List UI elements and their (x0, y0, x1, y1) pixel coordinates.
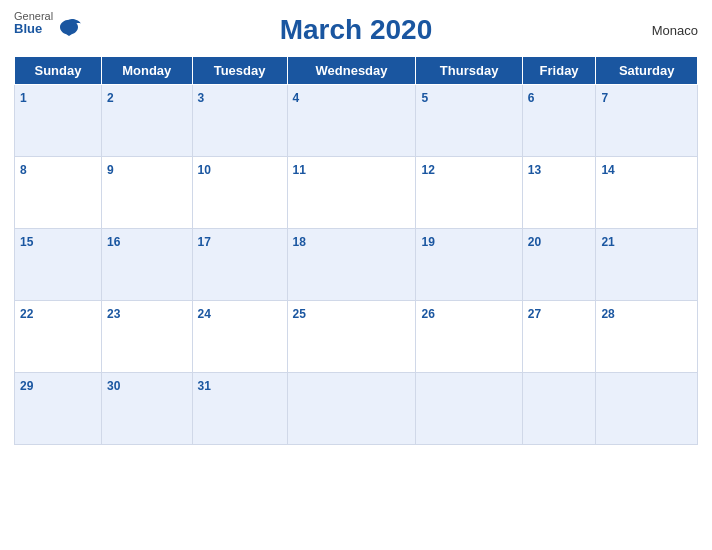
calendar-title: March 2020 (280, 14, 433, 46)
day-cell: 21 (596, 229, 698, 301)
calendar-table: Sunday Monday Tuesday Wednesday Thursday… (14, 56, 698, 445)
day-number: 31 (198, 379, 211, 393)
calendar-week-row: 22232425262728 (15, 301, 698, 373)
day-cell: 26 (416, 301, 522, 373)
day-cell: 27 (522, 301, 596, 373)
empty-cell (287, 373, 416, 445)
day-number: 29 (20, 379, 33, 393)
day-number: 14 (601, 163, 614, 177)
day-number: 21 (601, 235, 614, 249)
day-cell: 31 (192, 373, 287, 445)
day-number: 18 (293, 235, 306, 249)
day-cell: 3 (192, 85, 287, 157)
day-cell: 29 (15, 373, 102, 445)
day-cell: 16 (101, 229, 192, 301)
day-number: 8 (20, 163, 27, 177)
calendar-week-row: 293031 (15, 373, 698, 445)
day-number: 19 (421, 235, 434, 249)
day-number: 17 (198, 235, 211, 249)
day-cell: 7 (596, 85, 698, 157)
day-cell: 18 (287, 229, 416, 301)
day-number: 23 (107, 307, 120, 321)
day-cell: 28 (596, 301, 698, 373)
day-number: 27 (528, 307, 541, 321)
day-cell: 17 (192, 229, 287, 301)
day-number: 4 (293, 91, 300, 105)
day-number: 2 (107, 91, 114, 105)
header-sunday: Sunday (15, 57, 102, 85)
days-header-row: Sunday Monday Tuesday Wednesday Thursday… (15, 57, 698, 85)
day-cell: 5 (416, 85, 522, 157)
day-number: 7 (601, 91, 608, 105)
header-thursday: Thursday (416, 57, 522, 85)
day-cell: 22 (15, 301, 102, 373)
day-number: 10 (198, 163, 211, 177)
calendar-header: General Blue March 2020 Monaco (14, 10, 698, 50)
day-cell: 15 (15, 229, 102, 301)
day-cell: 9 (101, 157, 192, 229)
day-cell: 10 (192, 157, 287, 229)
day-number: 16 (107, 235, 120, 249)
day-number: 30 (107, 379, 120, 393)
calendar-wrapper: General Blue March 2020 Monaco Sunday Mo… (0, 0, 712, 550)
calendar-week-row: 15161718192021 (15, 229, 698, 301)
logo: General Blue (14, 10, 83, 36)
day-number: 25 (293, 307, 306, 321)
calendar-body: 1234567891011121314151617181920212223242… (15, 85, 698, 445)
day-cell: 12 (416, 157, 522, 229)
day-cell: 6 (522, 85, 596, 157)
day-number: 20 (528, 235, 541, 249)
logo-blue-text: Blue (14, 22, 53, 36)
header-friday: Friday (522, 57, 596, 85)
day-number: 26 (421, 307, 434, 321)
day-number: 11 (293, 163, 306, 177)
day-cell: 19 (416, 229, 522, 301)
day-cell: 8 (15, 157, 102, 229)
day-cell: 1 (15, 85, 102, 157)
day-number: 13 (528, 163, 541, 177)
day-number: 3 (198, 91, 205, 105)
day-number: 22 (20, 307, 33, 321)
empty-cell (416, 373, 522, 445)
header-wednesday: Wednesday (287, 57, 416, 85)
day-number: 28 (601, 307, 614, 321)
calendar-week-row: 891011121314 (15, 157, 698, 229)
day-number: 1 (20, 91, 27, 105)
day-cell: 2 (101, 85, 192, 157)
day-cell: 13 (522, 157, 596, 229)
header-monday: Monday (101, 57, 192, 85)
day-cell: 25 (287, 301, 416, 373)
empty-cell (596, 373, 698, 445)
day-cell: 30 (101, 373, 192, 445)
logo-bird-icon (55, 18, 83, 36)
day-number: 6 (528, 91, 535, 105)
day-cell: 23 (101, 301, 192, 373)
calendar-week-row: 1234567 (15, 85, 698, 157)
day-cell: 4 (287, 85, 416, 157)
day-cell: 20 (522, 229, 596, 301)
header-tuesday: Tuesday (192, 57, 287, 85)
day-cell: 24 (192, 301, 287, 373)
day-number: 5 (421, 91, 428, 105)
day-number: 12 (421, 163, 434, 177)
day-cell: 14 (596, 157, 698, 229)
day-number: 24 (198, 307, 211, 321)
empty-cell (522, 373, 596, 445)
header-saturday: Saturday (596, 57, 698, 85)
country-label: Monaco (652, 23, 698, 38)
day-number: 15 (20, 235, 33, 249)
day-number: 9 (107, 163, 114, 177)
day-cell: 11 (287, 157, 416, 229)
